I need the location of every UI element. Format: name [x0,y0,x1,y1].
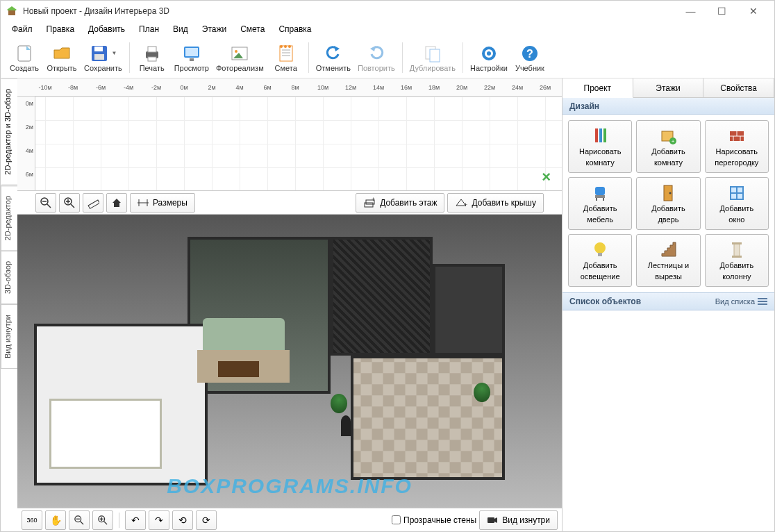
menu-Файл[interactable]: Файл [5,22,40,37]
svg-rect-16 [280,46,292,61]
add-room-button[interactable]: +Добавитькомнату [636,120,700,173]
svg-rect-80 [732,242,742,244]
add-light-button[interactable]: Добавитьосвещение [568,234,632,287]
ruler-horizontal: -10м-8м-6м-4м-2м0м2м4м6м8м10м12м14м16м18… [17,78,562,97]
add-door-button[interactable]: Добавитьдверь [636,177,700,230]
create-button[interactable]: Создать [6,38,42,77]
photorealism-button[interactable]: Фотореализм [213,38,267,77]
tilt-up-button[interactable]: ⟲ [172,510,193,530]
add-roof-label: Добавить крышу [472,198,536,208]
rotate-left-button[interactable]: ↶ [125,510,146,530]
preview-button[interactable]: Просмотр [172,38,212,77]
objects-title: Список объектов [569,297,641,306]
floor-plan-render [34,226,546,496]
add-furniture-button[interactable]: Добавитьмебель [568,177,632,230]
rtab-floors[interactable]: Этажи [633,78,704,97]
menu-Смета[interactable]: Смета [233,22,272,37]
zoom-out-3d-button[interactable] [69,510,90,530]
redo-button: Повторить [355,38,398,77]
right-panel: ПроектЭтажиСвойства Дизайн Нарисоватьком… [562,78,774,531]
copy-icon [422,43,443,64]
addroom-icon: + [658,126,678,145]
minimize-button[interactable]: — [675,1,706,22]
maximize-button[interactable]: ☐ [706,1,738,22]
draw-partition-button[interactable]: Нарисоватьперегородку [705,120,769,173]
estimate-button[interactable]: Смета [268,38,304,77]
svg-rect-55 [488,517,494,523]
rotate-right-button[interactable]: ↷ [149,510,169,530]
svg-rect-69 [595,195,605,198]
print-button[interactable]: Печать [134,38,170,77]
zoom-out-button[interactable] [35,193,56,213]
canvas-area: -10м-8м-6м-4м-2м0м2м4м6м8м10м12м14м16м18… [17,78,562,531]
tilt-down-button[interactable]: ⟳ [196,510,217,530]
menu-Правка[interactable]: Правка [40,22,82,37]
svg-line-49 [81,521,83,524]
measure-button[interactable] [83,193,103,213]
menu-Вид[interactable]: Вид [166,22,195,37]
duplicate-button: Дублировать [407,38,458,77]
open-button[interactable]: Открыть [44,38,80,77]
canvas-toolbar: Размеры +Добавить этаж +Добавить крышу [17,191,562,215]
close-button[interactable]: ✕ [738,1,769,22]
svg-rect-12 [190,58,194,61]
vtab-2d3d[interactable]: 2D-редактор и 3D-обзор [1,78,17,185]
titlebar: Новый проект - Дизайн Интерьера 3D — ☐ ✕ [1,1,774,22]
bricks-icon [726,126,747,145]
menu-Добавить[interactable]: Добавить [81,22,132,37]
stairs-icon [658,240,678,259]
viewport-3d[interactable]: BOXPROGRAMS.INFO [17,215,562,508]
undo-button[interactable]: Отменить [313,38,353,77]
svg-line-35 [71,204,74,208]
stairs-button[interactable]: Лестницы ивырезы [636,234,700,287]
floppy-icon [89,43,110,64]
sizes-button[interactable]: Размеры [130,193,195,213]
svg-rect-38 [88,200,99,208]
zoom-in-button[interactable] [59,193,80,213]
pan-button[interactable]: ✋ [45,510,66,530]
menubar: ФайлПравкаДобавитьПланВидЭтажиСметаСправ… [1,22,774,37]
transparent-walls-checkbox[interactable]: Прозрачные стены [392,515,476,525]
view-list-toggle[interactable]: Вид списка [715,297,767,306]
pencils-icon [590,126,610,145]
svg-point-28 [487,51,491,56]
view-inside-label: Вид изнутри [502,515,550,525]
design-palette: Нарисоватькомнату+ДобавитькомнатуНарисов… [562,115,774,292]
svg-rect-26 [430,49,440,62]
svg-marker-24 [370,46,376,51]
add-roof-button[interactable]: +Добавить крышу [447,193,544,213]
doc-icon [14,43,35,64]
view-inside-button[interactable]: Вид изнутри [479,510,558,530]
add-window-button[interactable]: Добавитьокно [705,177,769,230]
svg-rect-81 [732,256,742,258]
marker-icon[interactable]: × [542,168,551,186]
rtab-project[interactable]: Проект [562,78,633,98]
vtab-3d[interactable]: 3D-обзор [1,251,17,304]
door-icon [658,183,678,202]
add-floor-button[interactable]: +Добавить этаж [356,193,444,213]
svg-point-14 [235,50,238,53]
vtab-inside[interactable]: Вид изнутри [1,304,17,369]
vtab-2d[interactable]: 2D-редактор [1,185,17,251]
zoom-in-3d-button[interactable] [92,510,113,530]
help-button[interactable]: ?Учебник [512,38,548,77]
settings-button[interactable]: Настройки [467,38,510,77]
orbit360-button[interactable]: 360 [22,510,42,530]
draw-room-button[interactable]: Нарисоватькомнату [568,120,632,173]
menu-План[interactable]: План [132,22,166,37]
add-column-button[interactable]: Добавитьколонну [705,234,769,287]
help-icon: ? [519,43,540,64]
bulb-icon [590,240,610,259]
svg-rect-11 [185,48,198,56]
svg-point-73 [669,192,672,194]
menu-Этажи[interactable]: Этажи [195,22,233,37]
grid-2d[interactable]: 0м2м4м6м × [17,97,562,191]
rtab-props[interactable]: Свойства [703,78,774,97]
save-button[interactable]: ▼Сохранить [81,38,125,77]
home-button[interactable] [106,193,127,213]
main-toolbar: СоздатьОткрыть▼СохранитьПечатьПросмотрФо… [1,37,774,78]
objects-list[interactable] [562,310,774,531]
svg-rect-78 [598,253,602,256]
svg-line-32 [47,204,51,208]
menu-Справка[interactable]: Справка [272,22,318,37]
